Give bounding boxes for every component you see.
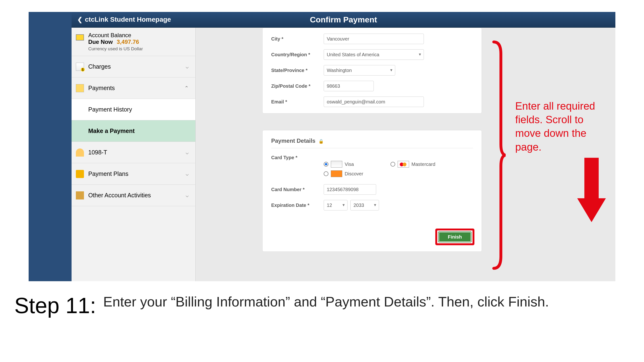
discover-label: Discover: [345, 171, 363, 177]
chevron-down-icon: ⌵: [186, 192, 189, 199]
charges-icon: [76, 63, 84, 71]
card-option-discover[interactable]: Discover: [324, 170, 390, 177]
card-type-options: Visa Mastercard Discover: [324, 161, 473, 177]
sidebar-item-label: 1098-T: [88, 149, 107, 156]
form-row-card-type: Card Type *: [271, 155, 473, 160]
state-select-wrap: [324, 65, 395, 75]
back-link-label: ctcLink Student Homepage: [85, 16, 171, 23]
city-input[interactable]: [324, 34, 424, 44]
state-select[interactable]: [324, 65, 395, 75]
app-header: ❮ ctcLink Student Homepage Confirm Payme…: [72, 12, 616, 28]
exp-date-label: Expiration Date *: [271, 203, 324, 208]
chevron-down-icon: ⌵: [186, 64, 189, 70]
finish-button-highlight: Finish: [435, 229, 474, 245]
annotation-text: Enter all required fields. Scroll to mov…: [515, 99, 606, 154]
chevron-up-icon: ⌃: [184, 85, 189, 91]
payment-details-card: Payment Details 🔒 Card Type * Visa: [262, 130, 482, 252]
due-now-label: Due Now: [88, 39, 113, 45]
sidebar-item-label: Payments: [88, 85, 115, 91]
annotation-bracket-icon: [491, 39, 506, 271]
card-number-label: Card Number *: [271, 187, 324, 192]
sidebar-item-payment-plans[interactable]: Payment Plans ⌵: [72, 163, 195, 185]
account-balance-label: Account Balance: [88, 32, 190, 39]
sidebar-subitem-payment-history[interactable]: Payment History: [72, 99, 195, 120]
sidebar: Account Balance Due Now 3,497.76 Currenc…: [72, 28, 196, 281]
sidebar-item-label: Other Account Activities: [88, 192, 151, 199]
mastercard-logo-icon: [398, 161, 409, 168]
currency-note: Currency used is US Dollar: [88, 46, 190, 51]
main-content: City * Country/Region * State/Province *: [196, 28, 616, 281]
step-number-label: Step 11:: [14, 293, 96, 318]
form-row-country: Country/Region *: [271, 49, 473, 60]
screenshot-container: ❮ ctcLink Student Homepage Confirm Payme…: [28, 12, 616, 281]
radio-mastercard[interactable]: [390, 162, 395, 167]
step-text-bold: Payment Details: [325, 294, 426, 309]
chevron-down-icon: ⌵: [186, 149, 189, 156]
form-row-exp-date: Expiration Date *: [271, 200, 473, 210]
sidebar-item-payments[interactable]: Payments ⌃: [72, 77, 195, 99]
country-label: Country/Region *: [271, 52, 324, 57]
visa-logo-icon: [331, 161, 342, 168]
discover-logo-icon: [331, 170, 342, 177]
form-row-zip: Zip/Postal Code *: [271, 81, 473, 91]
left-margin-strip: [28, 12, 72, 281]
app-area: ❮ ctcLink Student Homepage Confirm Payme…: [72, 12, 616, 281]
due-now-amount: 3,497.76: [117, 39, 139, 45]
city-label: City *: [271, 36, 324, 42]
sidebar-item-other-activities[interactable]: Other Account Activities ⌵: [72, 185, 195, 206]
chevron-left-icon: ❮: [77, 16, 82, 23]
card-option-visa[interactable]: Visa: [324, 161, 390, 168]
finish-button[interactable]: Finish: [438, 231, 472, 242]
form-row-state: State/Province *: [271, 65, 473, 75]
exp-year-select[interactable]: [350, 200, 379, 210]
sidebar-item-label: Make a Payment: [88, 127, 135, 134]
state-label: State/Province *: [271, 68, 324, 73]
due-now-row: Due Now 3,497.76: [88, 39, 190, 45]
form-row-email: Email *: [271, 96, 473, 107]
sidebar-subitem-make-payment[interactable]: Make a Payment: [72, 120, 195, 142]
email-label: Email *: [271, 99, 324, 105]
sidebar-item-label: Charges: [88, 63, 111, 70]
exp-year-wrap: [350, 200, 379, 210]
radio-visa[interactable]: [324, 162, 328, 167]
exp-month-select[interactable]: [324, 200, 348, 210]
zip-input[interactable]: [324, 81, 374, 91]
sidebar-item-label: Payment Plans: [88, 170, 128, 177]
email-input[interactable]: [324, 96, 424, 107]
step-text: ” and “: [286, 294, 326, 309]
country-select-wrap: [324, 49, 424, 60]
step-body: Enter your “Billing Information” and “Pa…: [103, 293, 549, 311]
sidebar-item-1098t[interactable]: 1098-T ⌵: [72, 142, 195, 163]
form-row-card-number: Card Number *: [271, 184, 473, 195]
country-select[interactable]: [324, 49, 424, 60]
back-to-homepage-link[interactable]: ❮ ctcLink Student Homepage: [77, 12, 171, 27]
coins-icon: [76, 170, 84, 178]
card-number-input[interactable]: [324, 184, 376, 195]
form-row-city: City *: [271, 34, 473, 44]
card-option-mastercard[interactable]: Mastercard: [390, 161, 457, 168]
visa-label: Visa: [345, 162, 354, 167]
step-text-bold: Billing Information: [176, 294, 286, 309]
step-text: Enter your “: [103, 294, 176, 309]
radio-discover[interactable]: [324, 171, 328, 176]
payments-icon: [76, 84, 84, 92]
billing-info-card: City * Country/Region * State/Province *: [262, 28, 482, 113]
step-text: ”. Then, click: [426, 294, 508, 309]
account-balance-box: Account Balance Due Now 3,497.76 Currenc…: [72, 28, 195, 56]
payment-details-title-text: Payment Details: [271, 137, 315, 144]
sidebar-item-label: Payment History: [88, 106, 132, 113]
step-text: .: [545, 294, 549, 309]
sidebar-item-charges[interactable]: Charges ⌵: [72, 56, 195, 77]
exp-month-wrap: [324, 200, 348, 210]
step-caption: Step 11: Enter your “Billing Information…: [14, 293, 630, 318]
mastercard-label: Mastercard: [412, 162, 435, 167]
payment-details-title: Payment Details 🔒: [271, 137, 473, 148]
step-text-bold: Finish: [508, 294, 545, 309]
person-icon: [76, 148, 84, 157]
lock-icon: 🔒: [318, 139, 324, 144]
card-type-label: Card Type *: [271, 155, 324, 160]
annotation-arrow-icon: [577, 158, 606, 225]
chevron-down-icon: ⌵: [186, 171, 189, 177]
folder-icon: [76, 191, 84, 199]
zip-label: Zip/Postal Code *: [271, 83, 324, 89]
